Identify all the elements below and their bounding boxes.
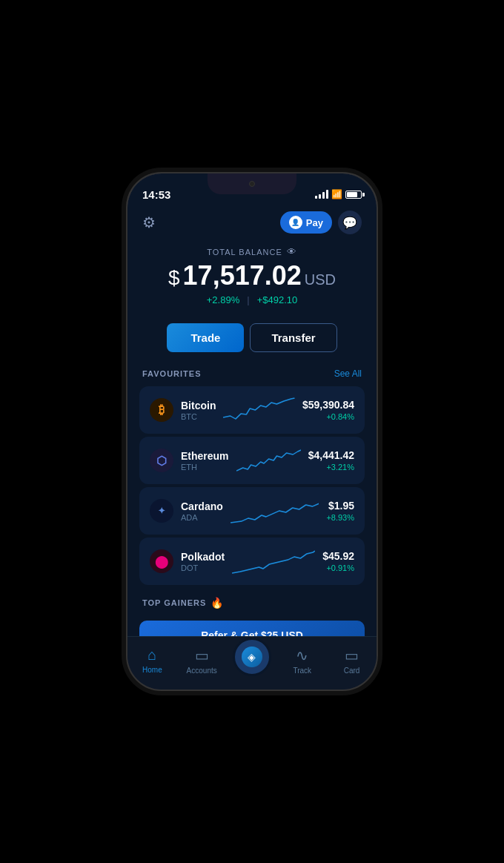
eth-chart bbox=[236, 446, 301, 475]
center-icon: ◈ bbox=[242, 647, 262, 667]
home-icon: ⌂ bbox=[147, 647, 156, 664]
card-icon: ▭ bbox=[345, 647, 359, 664]
favourites-title: FAVOURITES bbox=[142, 369, 201, 378]
refer-text: Refer & Get $25 USD bbox=[201, 629, 303, 636]
btc-chart bbox=[223, 395, 294, 425]
header-right: 👤 Pay 💬 bbox=[280, 211, 362, 234]
status-icons: 📶 bbox=[315, 186, 362, 199]
phone-frame: 14:53 📶 ⚙ 👤 Pay bbox=[126, 172, 378, 691]
dot-icon: ⬤ bbox=[150, 549, 173, 573]
crypto-card-dot[interactable]: ⬤ Polkadot DOT $45.92 +0.91% bbox=[139, 538, 365, 585]
top-gainers-section: TOP GAINERS 🔥 bbox=[127, 588, 377, 615]
percent-change: +2.89% bbox=[207, 294, 239, 305]
top-gainers-title: TOP GAINERS bbox=[142, 598, 206, 607]
accounts-icon: ▭ bbox=[195, 647, 209, 664]
action-buttons: Trade Transfer bbox=[127, 317, 377, 364]
eye-icon[interactable]: 👁 bbox=[287, 246, 297, 257]
nav-card[interactable]: ▭ Card bbox=[334, 647, 371, 675]
refer-banner[interactable]: Refer & Get $25 USD bbox=[139, 621, 365, 636]
btc-icon: ₿ bbox=[150, 398, 173, 422]
trade-button[interactable]: Trade bbox=[167, 323, 244, 352]
eth-change: +3.21% bbox=[308, 463, 354, 472]
btc-price: $59,390.84 bbox=[302, 399, 354, 411]
phone-screen: 14:53 📶 ⚙ 👤 Pay bbox=[127, 173, 377, 690]
dot-chart bbox=[232, 546, 315, 576]
nav-home[interactable]: ⌂ Home bbox=[133, 647, 170, 674]
nav-accounts[interactable]: ▭ Accounts bbox=[183, 647, 220, 675]
balance-number: 17,517.02 bbox=[183, 260, 302, 291]
ada-price: $1.95 bbox=[326, 500, 354, 512]
ada-change: +8.93% bbox=[326, 513, 354, 522]
balance-dollar-sign: $ bbox=[168, 266, 180, 290]
nav-home-label: Home bbox=[142, 666, 162, 674]
track-icon: ∿ bbox=[296, 647, 308, 664]
center-button[interactable]: ◈ bbox=[233, 638, 271, 676]
battery-icon bbox=[345, 191, 362, 199]
balance-currency: USD bbox=[305, 271, 336, 288]
signal-bars-icon bbox=[315, 190, 328, 199]
pay-button[interactable]: 👤 Pay bbox=[280, 211, 332, 234]
dot-name: Polkadot bbox=[181, 551, 225, 563]
total-balance-label: TOTAL BALANCE 👁 bbox=[142, 246, 362, 257]
eth-symbol: ETH bbox=[181, 463, 229, 472]
value-change: +$492.10 bbox=[257, 294, 298, 305]
dot-price: $45.92 bbox=[322, 550, 354, 562]
ada-symbol: ADA bbox=[181, 513, 223, 522]
ada-name: Cardano bbox=[181, 500, 223, 512]
settings-icon[interactable]: ⚙ bbox=[142, 214, 156, 231]
nav-track-label: Track bbox=[293, 667, 311, 675]
balance-section: TOTAL BALANCE 👁 $ 17,517.02 USD +2.89% |… bbox=[127, 239, 377, 317]
crypto-card-ada[interactable]: ✦ Cardano ADA $1.95 +8.93% bbox=[139, 487, 365, 535]
ada-icon: ✦ bbox=[150, 499, 173, 523]
header: ⚙ 👤 Pay 💬 bbox=[127, 206, 377, 239]
dot-symbol: DOT bbox=[181, 563, 225, 572]
btc-change: +0.84% bbox=[302, 412, 354, 421]
pay-button-icon: 👤 bbox=[289, 216, 302, 229]
wifi-icon: 📶 bbox=[331, 189, 342, 199]
dot-change: +0.91% bbox=[322, 563, 354, 572]
chat-button[interactable]: 💬 bbox=[338, 211, 362, 234]
fire-icon: 🔥 bbox=[210, 597, 223, 609]
eth-name: Ethereum bbox=[181, 450, 229, 462]
see-all-link[interactable]: See All bbox=[334, 368, 362, 379]
nav-accounts-label: Accounts bbox=[187, 667, 217, 675]
favourites-header: FAVOURITES See All bbox=[127, 364, 377, 383]
status-time: 14:53 bbox=[142, 185, 170, 201]
camera bbox=[249, 181, 255, 187]
notch bbox=[208, 173, 296, 194]
nav-center[interactable]: ◈ bbox=[233, 638, 271, 684]
eth-price: $4,441.42 bbox=[308, 449, 354, 461]
nav-track[interactable]: ∿ Track bbox=[284, 647, 321, 675]
balance-amount: $ 17,517.02 USD bbox=[142, 260, 362, 291]
bottom-nav: ⌂ Home ▭ Accounts ◈ ∿ Track ▭ Card bbox=[127, 636, 377, 690]
btc-symbol: BTC bbox=[181, 412, 216, 421]
top-gainers-header: TOP GAINERS 🔥 bbox=[142, 597, 362, 609]
crypto-card-btc[interactable]: ₿ Bitcoin BTC $59,390.84 +0.84% bbox=[139, 386, 365, 434]
crypto-card-eth[interactable]: ⬡ Ethereum ETH $4,441.42 +3.21% bbox=[139, 437, 365, 484]
transfer-button[interactable]: Transfer bbox=[250, 323, 336, 352]
scroll-content: TOTAL BALANCE 👁 $ 17,517.02 USD +2.89% |… bbox=[127, 239, 377, 636]
pay-button-label: Pay bbox=[306, 217, 323, 228]
nav-card-label: Card bbox=[344, 667, 360, 675]
ada-chart bbox=[231, 496, 319, 526]
eth-icon: ⬡ bbox=[150, 449, 173, 472]
btc-name: Bitcoin bbox=[181, 400, 216, 411]
balance-change: +2.89% | +$492.10 bbox=[142, 294, 362, 305]
